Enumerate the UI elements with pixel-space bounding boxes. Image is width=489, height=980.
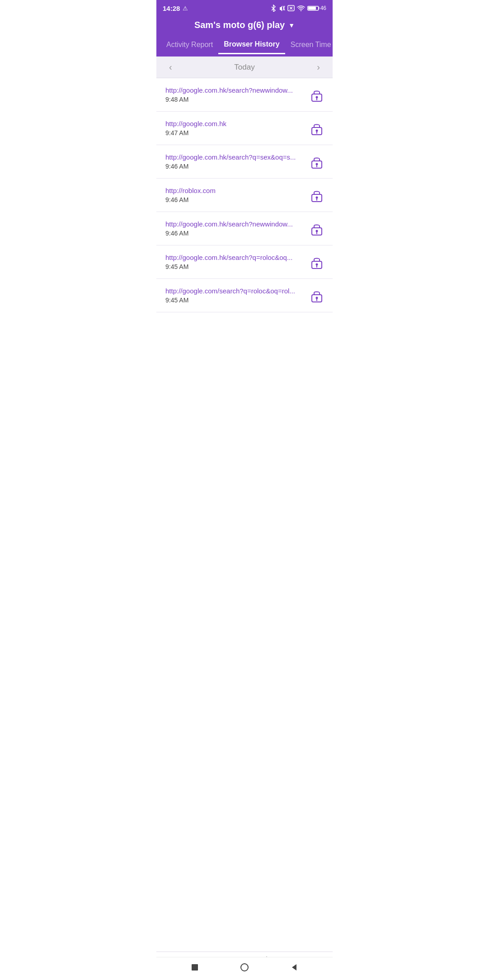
status-icons: 46	[270, 5, 326, 12]
history-item-content: http://google.com.hk/search?newwindow...…	[165, 86, 304, 103]
history-item-content: http://google.com.hk/search?q=sex&oq=s..…	[165, 153, 304, 170]
lock-icon[interactable]	[309, 221, 324, 236]
prev-date-arrow[interactable]: ‹	[165, 62, 176, 72]
history-url: http://google.com.hk/search?newwindow...	[165, 86, 304, 94]
history-item-content: http://google.com.hk 9:47 AM	[165, 120, 304, 137]
history-time: 9:45 AM	[165, 263, 304, 270]
history-time: 9:48 AM	[165, 96, 304, 103]
tab-screen-time[interactable]: Screen Time	[285, 36, 333, 53]
lock-icon[interactable]	[309, 254, 324, 270]
lock-svg-icon	[310, 288, 323, 303]
history-item[interactable]: http://google.com/search?q=roloc&oq=rol.…	[156, 279, 333, 312]
history-url: http://google.com/search?q=roloc&oq=rol.…	[165, 287, 304, 295]
history-url: http://google.com.hk/search?q=sex&oq=s..…	[165, 153, 304, 161]
bluetooth-icon	[270, 5, 277, 12]
history-list: http://google.com.hk/search?newwindow...…	[156, 78, 333, 367]
history-url: http://google.com.hk	[165, 120, 304, 127]
history-item-content: http://roblox.com 9:46 AM	[165, 187, 304, 203]
history-time: 9:46 AM	[165, 163, 304, 170]
history-item[interactable]: http://google.com.hk 9:47 AM	[156, 112, 333, 145]
history-time: 9:46 AM	[165, 230, 304, 237]
device-name-text: Sam's moto g(6) play	[194, 20, 285, 30]
device-name-row[interactable]: Sam's moto g(6) play ▼	[156, 20, 333, 30]
history-item-content: http://google.com/search?q=roloc&oq=rol.…	[165, 287, 304, 304]
history-url: http://google.com.hk/search?q=roloc&oq..…	[165, 254, 304, 261]
history-item[interactable]: http://google.com.hk/search?newwindow...…	[156, 78, 333, 112]
history-time: 9:47 AM	[165, 129, 304, 137]
battery-level: 46	[320, 5, 326, 11]
svg-rect-9	[308, 7, 316, 10]
lock-icon[interactable]	[309, 188, 324, 203]
lock-svg-icon	[310, 155, 323, 169]
lock-svg-icon	[310, 188, 323, 203]
history-item-content: http://google.com.hk/search?newwindow...…	[165, 220, 304, 237]
mute-icon	[279, 5, 285, 11]
date-label: Today	[234, 63, 254, 72]
lock-icon[interactable]	[309, 154, 324, 170]
svg-point-7	[300, 10, 301, 11]
history-time: 9:45 AM	[165, 297, 304, 304]
lock-icon[interactable]	[309, 87, 324, 103]
history-item[interactable]: http://roblox.com 9:46 AM	[156, 179, 333, 212]
history-url: http://roblox.com	[165, 187, 304, 194]
history-url: http://google.com.hk/search?newwindow...	[165, 220, 304, 228]
next-date-arrow[interactable]: ›	[313, 62, 324, 72]
tab-activity-report[interactable]: Activity Report	[161, 36, 218, 53]
lock-svg-icon	[310, 88, 323, 102]
wifi-icon	[297, 5, 305, 11]
nav-tabs: Activity Report Browser History Screen T…	[156, 33, 333, 57]
history-item-content: http://google.com.hk/search?q=roloc&oq..…	[165, 254, 304, 270]
stop-icon	[287, 5, 295, 11]
lock-icon[interactable]	[309, 121, 324, 136]
lock-svg-icon	[310, 255, 323, 269]
device-header[interactable]: Sam's moto g(6) play ▼	[156, 16, 333, 33]
history-time: 9:46 AM	[165, 196, 304, 203]
lock-svg-icon	[310, 221, 323, 236]
history-item[interactable]: http://google.com.hk/search?newwindow...…	[156, 212, 333, 245]
warning-icon: ⚠	[183, 5, 188, 12]
status-bar: 14:28 ⚠	[156, 0, 333, 16]
battery-icon	[307, 5, 320, 11]
device-chevron-icon: ▼	[288, 22, 295, 29]
status-time: 14:28	[163, 5, 180, 12]
history-item[interactable]: http://google.com.hk/search?q=sex&oq=s..…	[156, 145, 333, 179]
lock-icon[interactable]	[309, 288, 324, 303]
tab-browser-history[interactable]: Browser History	[218, 36, 285, 54]
history-item[interactable]: http://google.com.hk/search?q=roloc&oq..…	[156, 245, 333, 279]
date-navigator: ‹ Today ›	[156, 57, 333, 78]
lock-svg-icon	[310, 121, 323, 136]
